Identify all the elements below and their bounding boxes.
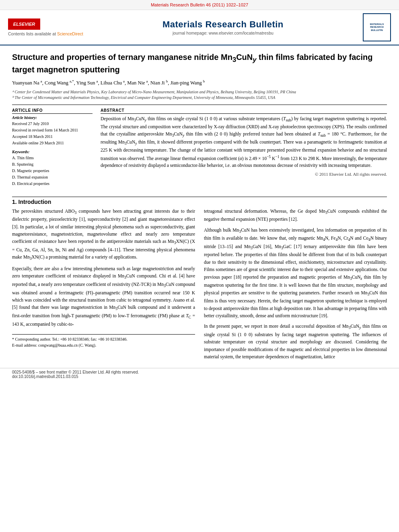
page-wrapper: Materials Research Bulletin 46 (2011) 10… — [0, 0, 399, 380]
body-para-4: Although bulk Mn3CuN has been extensivel… — [204, 226, 387, 320]
article-title: Structure and properties of ternary mang… — [12, 52, 387, 75]
received-date: Received 27 July 2010 — [12, 121, 93, 127]
footer-doi: doi:10.1016/j.matresbull.2011.03.015 — [12, 374, 78, 379]
footnote-section: * Corresponding author. Tel.: +86 10 823… — [12, 334, 195, 348]
keyword-1: A. Thin films — [12, 155, 93, 161]
journal-homepage: journal homepage: www.elsevier.com/locat… — [83, 31, 363, 35]
article-info-col: ARTICLE INFO Article history: Received 2… — [12, 108, 93, 187]
body-para-2: Especially, there are also a few interes… — [12, 265, 195, 328]
contents-label: Contents lists available at — [8, 31, 56, 36]
section1-heading: 1. Introduction — [12, 199, 387, 205]
keyword-5: D. Electrical properties — [12, 181, 93, 187]
abstract-col: ABSTRACT Deposition of Mn3CuNy thin film… — [101, 108, 387, 187]
footnote-email: E-mail address: congwang@buaa.edu.cn (C.… — [12, 342, 195, 348]
abstract-text: Deposition of Mn3CuNy thin films on sing… — [101, 115, 387, 170]
article-info-heading: ARTICLE INFO — [12, 108, 93, 114]
divider-1 — [12, 105, 387, 105]
affiliations: ᵃ Center for Condensed Matter and Materi… — [12, 89, 387, 101]
footnote-corresponding: * Corresponding author. Tel.: +86 10 823… — [12, 336, 195, 342]
sciencedirect-anchor[interactable]: ScienceDirect — [57, 31, 83, 36]
keyword-2: B. Sputtering — [12, 161, 93, 168]
body-two-col: The perovskites structured ABO3 compound… — [12, 207, 387, 364]
copyright: © 2011 Elsevier Ltd. All rights reserved… — [101, 172, 387, 177]
journal-title: Materials Research Bulletin — [83, 19, 363, 30]
body-para-5: In the present paper, we report in more … — [204, 322, 387, 360]
keywords-label: Keywords: — [12, 150, 93, 154]
email-label: E-mail address: — [12, 343, 37, 347]
journal-ref-bar: Materials Research Bulletin 46 (2011) 10… — [0, 0, 399, 10]
body-content: 1. Introduction The perovskites structur… — [0, 199, 399, 364]
elsevier-logo: ELSEVIER — [8, 18, 40, 30]
journal-center-panel: Materials Research Bulletin journal home… — [83, 19, 363, 35]
bulletin-logo-line1: MATERIALS — [370, 23, 384, 26]
journal-left-panel: ELSEVIER Contents lists available at Sci… — [8, 18, 83, 36]
reported-word: reported — [370, 116, 386, 121]
sciencedirect-link: Contents lists available at ScienceDirec… — [8, 31, 83, 36]
body-left-col: The perovskites structured ABO3 compound… — [12, 207, 195, 364]
article-content: Structure and properties of ternary mang… — [0, 45, 399, 195]
footer-bar: 0025-5408/$ – see front matter © 2011 El… — [0, 368, 399, 380]
history-label: Article history: — [12, 115, 93, 120]
journal-reference: Materials Research Bulletin 46 (2011) 10… — [151, 2, 248, 7]
authors-line: Yuanyuan Na a, Cong Wang a,*, Ying Sun a… — [12, 79, 387, 87]
footer-license: 0025-5408/$ – see front matter © 2011 El… — [12, 370, 139, 374]
body-para-1: The perovskites structured ABO3 compound… — [12, 207, 195, 262]
received-revised-date: Received in revised form 14 March 2011 — [12, 127, 93, 134]
accepted-date: Accepted 18 March 2011 — [12, 134, 93, 140]
email-address: congwang@buaa.edu.cn (C. Wang). — [38, 343, 96, 347]
journal-logo-box: MATERIALS RESEARCH BULLETIN — [363, 13, 391, 41]
available-date: Available online 29 March 2011 — [12, 140, 93, 146]
divider-2 — [12, 197, 387, 197]
body-para-3: tetragonal structural deformation. Where… — [204, 207, 387, 223]
affiliation-a: ᵃ Center for Condensed Matter and Materi… — [12, 89, 387, 95]
keyword-3: D. Magnetic properties — [12, 168, 93, 174]
bulletin-logo-line3: BULLETIN — [371, 29, 383, 32]
keywords-section: Keywords: A. Thin films B. Sputtering D.… — [12, 150, 93, 187]
keyword-4: D. Thermal expansion — [12, 174, 93, 181]
abstract-heading: ABSTRACT — [101, 108, 387, 114]
affiliation-b: ᵇ The Center of Micromagnetic and Inform… — [12, 95, 387, 101]
info-abstract-section: ARTICLE INFO Article history: Received 2… — [12, 108, 387, 187]
elsevier-label: ELSEVIER — [13, 22, 35, 27]
journal-header: ELSEVIER Contents lists available at Sci… — [0, 10, 399, 45]
bulletin-logo-line2: RESEARCH — [370, 26, 384, 29]
body-right-col: tetragonal structural deformation. Where… — [204, 207, 387, 364]
